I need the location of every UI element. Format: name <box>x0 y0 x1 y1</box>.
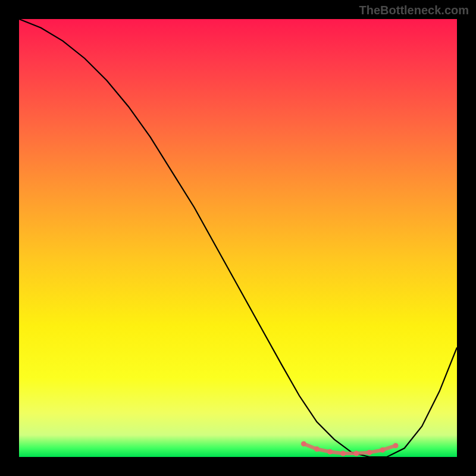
bottleneck-curve-line <box>19 19 457 457</box>
watermark-text: TheBottleneck.com <box>359 4 469 17</box>
optimal-range-dots <box>301 441 399 456</box>
chart-container: TheBottleneck.com <box>0 0 476 476</box>
plot-area <box>19 19 457 457</box>
optimal-marker-dot <box>393 443 399 448</box>
curve-svg <box>19 19 457 457</box>
